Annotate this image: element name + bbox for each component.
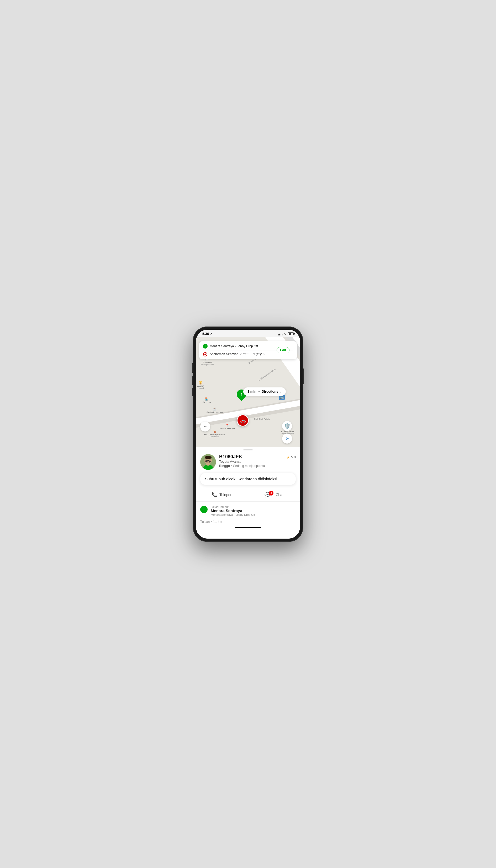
edit-button[interactable]: Edit: [277, 347, 290, 353]
rating-section: ★ 5.0: [286, 455, 296, 459]
driver-status-text: Sedang menjemputmu: [233, 464, 265, 468]
status-bar: 5.36 ↗ ∿: [196, 330, 300, 337]
poi-menara: 📍 Menara Sentraya: [220, 424, 235, 430]
destination-distance-label: Tujuan • 4.1 km: [200, 520, 222, 524]
phone-frame: 5.36 ↗ ∿: [193, 326, 303, 542]
back-arrow-icon: ←: [203, 424, 207, 429]
svg-point-11: [206, 463, 211, 466]
call-button[interactable]: 📞 Telepon: [196, 488, 248, 501]
poi-alatief: 🕌 ALatief ly closed: [197, 381, 204, 389]
driver-message-bubble: Suhu tubuh dicek. Kendaraan didisinfeksi: [200, 473, 296, 485]
svg-point-4: [205, 456, 212, 459]
pickup-section: ↑ Lokasi jemput Menara Sentraya Menara S…: [196, 501, 300, 520]
poi-starbucks: ☕ Starbucks Melawai: [206, 407, 223, 414]
navigation-arrow-icon: ➤: [285, 436, 289, 441]
destination-icon: [203, 352, 207, 357]
map-section: Gedung Graha Iskandarsyah Komisaris PT. …: [196, 337, 300, 447]
star-icon: ★: [286, 455, 290, 459]
drag-handle[interactable]: [196, 447, 300, 451]
phone-icon: 📞: [212, 492, 217, 498]
pickup-info: Lokasi jemput Menara Sentraya Menara Sen…: [211, 505, 296, 516]
home-indicator: [235, 527, 261, 528]
driver-info: B1060JEK Toyota Avanza Ringgo • Sedang m…: [219, 454, 296, 468]
destination-row: Tujuan • 4.1 km: [196, 520, 300, 526]
car-marker: 🚗: [237, 415, 249, 427]
status-time: 5.36 ↗: [202, 332, 212, 336]
driver-status: Ringgo • Sedang menjemputmu: [219, 464, 296, 468]
battery-icon: [288, 332, 294, 335]
directions-bubble[interactable]: 1 min Directions ›: [243, 387, 286, 396]
car-icon: 🚗: [239, 417, 246, 424]
signal-icon: [278, 332, 283, 336]
pickup-label: Lokasi jemput: [211, 505, 296, 508]
pickup-icon-wrap: ↑: [200, 506, 207, 513]
chat-badge: 3: [269, 491, 274, 496]
chat-label: Chat: [276, 493, 283, 497]
shield-icon: 🛡️: [284, 423, 291, 429]
pickup-detail: Menara Sentraya - Lobby Drop Off: [211, 513, 296, 516]
driver-name: Ringgo: [219, 464, 230, 468]
svg-point-1: [204, 354, 206, 355]
pickup-arrow-icon: ↑: [203, 507, 205, 512]
bottom-panel: B1060JEK Toyota Avanza Ringgo • Sedang m…: [196, 447, 300, 539]
svg-point-8: [206, 460, 207, 461]
directions-separator: [259, 391, 260, 392]
poi-otak-otak-label: Otak Otak Petojo: [254, 418, 270, 420]
driver-avatar: [200, 454, 216, 470]
rating-value: 5.0: [291, 455, 296, 459]
verified-shield-badge: 🛡️: [282, 421, 292, 431]
location-bar: Menara Sentraya - Lobby Drop Off Apartem…: [199, 341, 297, 359]
driver-car: Toyota Avanza: [219, 460, 296, 464]
driver-message-text: Suhu tubuh dicek. Kendaraan didisinfeksi: [205, 477, 277, 481]
status-icons: ∿: [278, 332, 294, 336]
chat-button[interactable]: 💬 3 Chat: [248, 488, 300, 501]
directions-time: 1 min: [247, 389, 257, 393]
poi-skechers: 🏪 Skechers: [203, 398, 211, 403]
location-arrow-icon: ↗: [210, 332, 212, 336]
navigate-button[interactable]: ➤: [282, 434, 292, 444]
driver-plate: B1060JEK: [219, 454, 296, 460]
wifi-icon: ∿: [284, 332, 286, 336]
phone-screen: 5.36 ↗ ∿: [196, 330, 300, 539]
pickup-name: Menara Sentraya: [211, 508, 296, 513]
call-label: Telepon: [219, 493, 232, 497]
svg-point-9: [210, 460, 211, 461]
action-row: 📞 Telepon 💬 3 Chat: [196, 488, 300, 501]
driver-section: B1060JEK Toyota Avanza Ringgo • Sedang m…: [196, 451, 300, 473]
origin-icon: [203, 344, 207, 348]
directions-chevron-icon: ›: [281, 389, 282, 394]
back-button[interactable]: ←: [200, 421, 210, 432]
directions-label: Directions: [262, 389, 278, 393]
